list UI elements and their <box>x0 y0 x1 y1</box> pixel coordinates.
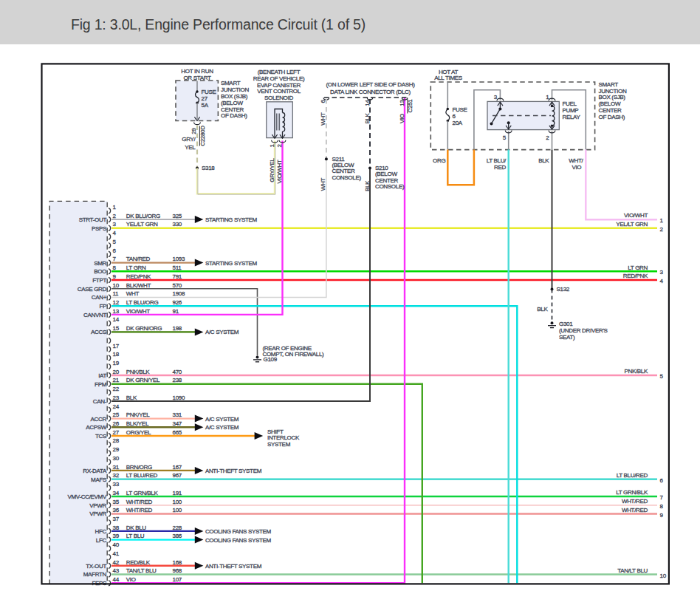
svg-text:VPWR: VPWR <box>89 510 106 517</box>
svg-text:STARTING SYSTEM: STARTING SYSTEM <box>205 260 258 267</box>
svg-text:9: 9 <box>660 512 664 519</box>
svg-text:IAT: IAT <box>98 372 106 379</box>
svg-text:ACPSW: ACPSW <box>86 424 107 431</box>
svg-text:4: 4 <box>113 230 117 236</box>
svg-text:EVAP CANISTER: EVAP CANISTER <box>257 82 301 89</box>
svg-text:WHT/RED: WHT/RED <box>622 498 648 505</box>
svg-text:S318: S318 <box>202 165 215 171</box>
svg-text:7: 7 <box>113 256 117 262</box>
svg-text:1: 1 <box>113 204 117 211</box>
svg-text:100: 100 <box>173 499 182 505</box>
svg-text:WHT: WHT <box>320 112 326 126</box>
svg-text:5: 5 <box>113 239 117 245</box>
svg-text:31: 31 <box>113 464 120 471</box>
svg-text:BOX (SJB): BOX (SJB) <box>221 93 248 100</box>
svg-text:791: 791 <box>173 273 182 280</box>
svg-text:13: 13 <box>113 308 120 315</box>
svg-text:SHIFT: SHIFT <box>267 428 284 435</box>
svg-text:BOO: BOO <box>94 268 106 275</box>
svg-text:LT GRN/BLK: LT GRN/BLK <box>616 489 648 496</box>
svg-text:SMART: SMART <box>599 81 619 88</box>
svg-text:SMR: SMR <box>94 260 106 267</box>
svg-text:35: 35 <box>113 499 120 505</box>
svg-text:FP: FP <box>99 303 106 310</box>
svg-text:LT GRN: LT GRN <box>126 264 146 271</box>
svg-text:MAFS: MAFS <box>91 477 106 483</box>
svg-text:15: 15 <box>113 325 120 332</box>
svg-text:COOLING FANS SYSTEM: COOLING FANS SYSTEM <box>205 537 272 544</box>
svg-text:967: 967 <box>173 472 182 479</box>
svg-text:VIO: VIO <box>399 114 405 123</box>
svg-text:JUNCTION: JUNCTION <box>599 88 627 95</box>
svg-text:WHT/RED: WHT/RED <box>126 507 153 513</box>
svg-text:4: 4 <box>660 278 664 284</box>
svg-text:YEL/LT GRN: YEL/LT GRN <box>616 221 648 228</box>
svg-text:CAN-: CAN- <box>93 398 107 405</box>
svg-text:SYSTEM: SYSTEM <box>267 441 291 448</box>
svg-text:RX-DATA: RX-DATA <box>83 468 107 474</box>
svg-text:27: 27 <box>202 95 208 102</box>
svg-text:24: 24 <box>113 403 120 410</box>
svg-text:TAN/LT BLU: TAN/LT BLU <box>617 567 648 574</box>
svg-text:SOLENOID: SOLENOID <box>264 95 293 101</box>
svg-text:3: 3 <box>660 269 664 276</box>
svg-text:S132: S132 <box>557 286 570 293</box>
svg-text:CONSOLE): CONSOLE) <box>332 174 362 181</box>
svg-text:10: 10 <box>113 282 120 289</box>
svg-text:570: 570 <box>173 282 182 289</box>
svg-text:13: 13 <box>399 100 405 106</box>
svg-text:RED: RED <box>494 164 506 171</box>
svg-text:8: 8 <box>113 264 117 271</box>
svg-text:LT BLU/ORG: LT BLU/ORG <box>126 299 159 306</box>
svg-text:18: 18 <box>113 351 120 358</box>
svg-text:REAR OF VEHICLE): REAR OF VEHICLE) <box>253 75 305 82</box>
svg-text:FTPT: FTPT <box>92 277 106 284</box>
svg-text:LT BLU/RED: LT BLU/RED <box>126 472 158 479</box>
svg-text:YEL: YEL <box>185 144 196 151</box>
svg-text:ALL TIMES: ALL TIMES <box>434 75 462 81</box>
svg-text:DK BLU/ORG: DK BLU/ORG <box>126 213 160 219</box>
svg-text:(BELOW: (BELOW <box>599 100 621 107</box>
svg-text:6: 6 <box>113 247 117 254</box>
svg-text:20: 20 <box>113 369 120 375</box>
svg-text:BLK: BLK <box>537 306 548 312</box>
svg-text:A/C SYSTEM: A/C SYSTEM <box>205 329 239 335</box>
svg-text:YEL/LT GRN: YEL/LT GRN <box>126 221 158 228</box>
svg-text:37: 37 <box>113 516 120 522</box>
svg-text:WHT: WHT <box>320 177 326 191</box>
svg-text:14: 14 <box>113 316 120 323</box>
svg-text:TAN/LT BLU: TAN/LT BLU <box>126 567 157 574</box>
svg-text:BLK: BLK <box>126 394 137 401</box>
svg-text:VIO/WHT: VIO/WHT <box>276 160 283 183</box>
svg-text:198: 198 <box>173 325 182 332</box>
svg-text:1908: 1908 <box>173 290 185 297</box>
svg-text:DATA LINK CONNECTOR (DLC): DATA LINK CONNECTOR (DLC) <box>330 89 411 95</box>
svg-text:(BENEATH LEFT: (BENEATH LEFT <box>258 69 301 75</box>
svg-text:BLK/WHT: BLK/WHT <box>126 282 151 289</box>
svg-text:WHT/: WHT/ <box>569 157 583 164</box>
svg-text:VIO/WHT: VIO/WHT <box>624 212 648 219</box>
svg-text:330: 330 <box>173 221 182 228</box>
svg-text:FPM: FPM <box>95 381 107 388</box>
svg-text:TCS: TCS <box>95 433 106 440</box>
svg-text:1093: 1093 <box>173 256 185 262</box>
svg-text:SMART: SMART <box>221 80 241 86</box>
svg-text:2: 2 <box>660 226 664 233</box>
svg-text:20A: 20A <box>453 120 463 126</box>
svg-text:44: 44 <box>113 576 120 583</box>
svg-text:PUMP: PUMP <box>563 107 579 114</box>
svg-text:C251: C251 <box>407 99 414 113</box>
svg-text:3: 3 <box>113 221 117 228</box>
svg-text:100: 100 <box>173 507 182 513</box>
svg-text:GRY/YEL: GRY/YEL <box>269 157 275 182</box>
svg-text:WHT: WHT <box>126 290 140 297</box>
svg-text:7: 7 <box>660 494 664 501</box>
svg-text:926: 926 <box>173 299 182 306</box>
svg-text:30: 30 <box>113 455 120 462</box>
svg-text:A/C SYSTEM: A/C SYSTEM <box>205 416 239 423</box>
svg-text:968: 968 <box>173 567 182 574</box>
svg-text:G109: G109 <box>264 356 278 363</box>
svg-text:5A: 5A <box>202 102 209 109</box>
svg-text:FUSE: FUSE <box>202 89 217 95</box>
svg-text:LFC: LFC <box>96 537 107 544</box>
